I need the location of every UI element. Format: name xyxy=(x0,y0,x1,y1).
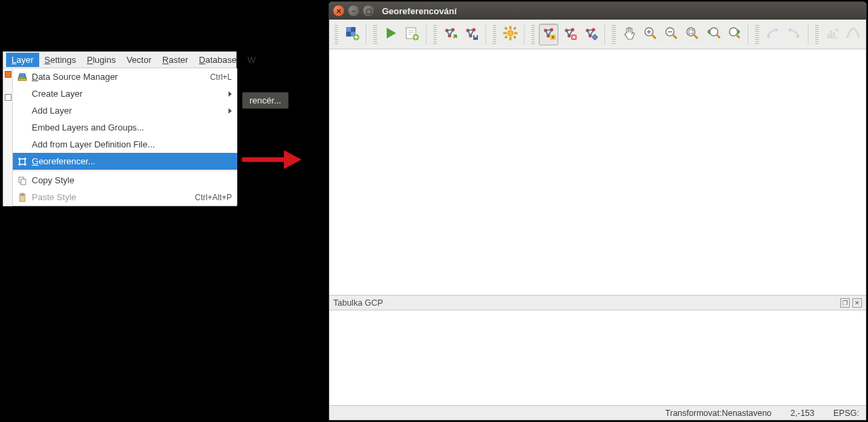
menu-item-paste-style: Paste StyleCtrl+Alt+P xyxy=(13,189,237,206)
browser-strip xyxy=(3,68,13,206)
full-histogram-button xyxy=(823,24,842,45)
svg-rect-28 xyxy=(514,32,517,34)
menu-item-add-from-layer-definition-file[interactable]: Add from Layer Definition File... xyxy=(13,136,237,153)
submenu-arrow-icon xyxy=(228,108,232,114)
load-gcp-button[interactable] xyxy=(441,24,460,45)
menu-separator xyxy=(13,170,237,171)
menu-shortcut: Ctrl+L xyxy=(210,72,232,82)
svg-marker-52 xyxy=(788,28,791,32)
toolbar-grip xyxy=(755,25,758,44)
hist2-icon xyxy=(846,26,861,43)
svg-rect-27 xyxy=(504,32,506,34)
menu-item-data-source-manager[interactable]: Data Source ManagerCtrl+L xyxy=(13,68,237,85)
move-point-button[interactable] xyxy=(581,24,600,45)
zoom-layer-button[interactable] xyxy=(683,24,702,45)
layer-swatch-icon xyxy=(5,94,11,101)
coords-status: 2,-153 xyxy=(790,408,814,418)
point-del-icon xyxy=(562,26,577,43)
menu-item-create-layer[interactable]: Create Layer xyxy=(13,85,237,102)
transform-status: Transformovat:Nenastaveno xyxy=(665,408,771,418)
svg-rect-30 xyxy=(513,36,516,39)
layer-dropdown: Data Source ManagerCtrl+LCreate LayerAdd… xyxy=(13,68,237,206)
menu-item-copy-style[interactable]: Copy Style xyxy=(13,172,237,189)
zoom-last-icon xyxy=(706,26,721,43)
gcp-load-icon xyxy=(443,26,458,43)
toolbar-grip xyxy=(493,25,496,44)
svg-rect-10 xyxy=(346,27,351,32)
submenu-fragment: rencér... xyxy=(242,92,289,109)
titlebar: ✕ – ▢ Georeferencování xyxy=(329,2,866,20)
svg-rect-56 xyxy=(833,32,835,38)
svg-rect-4 xyxy=(21,179,26,185)
window-title: Georeferencování xyxy=(382,6,457,16)
delete-point-button[interactable] xyxy=(560,24,579,45)
toolbar-separator xyxy=(485,24,486,45)
pan-button[interactable] xyxy=(620,24,640,45)
gcp-table[interactable] xyxy=(329,310,866,405)
generate-script-button[interactable] xyxy=(402,24,422,45)
undock-icon[interactable]: ❐ xyxy=(840,298,850,308)
menu-item-add-layer[interactable]: Add Layer xyxy=(13,102,237,119)
stack-icon xyxy=(17,72,28,82)
open-raster-button[interactable] xyxy=(342,24,362,45)
toolbar-separator xyxy=(808,24,809,45)
svg-rect-26 xyxy=(510,37,511,40)
svg-marker-50 xyxy=(775,28,778,32)
menu-item-georeferencer[interactable]: Georeferencer... xyxy=(13,153,237,170)
point-add-icon xyxy=(541,26,556,43)
menubar-item-raster[interactable]: Raster xyxy=(157,53,193,67)
menu-item-label: Embed Layers and Groups... xyxy=(32,122,232,133)
zoom-next-button[interactable] xyxy=(724,24,744,45)
zoom-in-button[interactable] xyxy=(641,24,660,45)
gcp-save-icon xyxy=(464,26,479,43)
gcp-panel-title: Tabulka GCP xyxy=(333,298,383,308)
link1-icon xyxy=(765,26,780,43)
epsg-status: EPSG: xyxy=(834,408,859,418)
minimize-icon[interactable]: – xyxy=(348,5,359,16)
submenu-arrow-icon xyxy=(228,91,232,97)
toolbar-separator xyxy=(748,24,748,45)
toolbar-grip xyxy=(433,25,437,44)
start-button[interactable] xyxy=(381,24,401,45)
toolbar-grip xyxy=(373,25,377,44)
menu-item-label: Add Layer xyxy=(32,106,224,116)
menubar-item-layer[interactable]: Layer xyxy=(6,53,39,67)
paste-icon xyxy=(17,193,28,202)
menu-item-embed-layers-and-groups[interactable]: Embed Layers and Groups... xyxy=(13,119,237,136)
zoom-in-icon xyxy=(643,26,658,43)
transform-settings-button[interactable] xyxy=(500,24,520,45)
svg-point-53 xyxy=(796,35,799,38)
save-gcp-button[interactable] xyxy=(462,24,481,45)
close-icon[interactable]: ✕ xyxy=(333,5,344,16)
svg-marker-13 xyxy=(387,28,396,39)
point-move-icon xyxy=(583,26,598,43)
statusbar: Transformovat:Nenastaveno 2,-153 EPSG: xyxy=(329,405,866,420)
close-panel-icon[interactable]: ✕ xyxy=(852,298,862,308)
svg-point-49 xyxy=(729,28,738,36)
zoom-out-button[interactable] xyxy=(662,24,681,45)
toolbar xyxy=(329,20,866,49)
toolbar-grip xyxy=(531,25,535,44)
maximize-icon[interactable]: ▢ xyxy=(363,5,374,16)
link2-icon xyxy=(786,26,801,43)
svg-rect-2 xyxy=(20,74,25,76)
svg-rect-25 xyxy=(510,26,511,29)
svg-point-51 xyxy=(767,35,770,38)
menu-item-label: Paste Style xyxy=(32,192,191,202)
svg-rect-55 xyxy=(830,30,832,38)
svg-point-24 xyxy=(508,30,513,36)
toolbar-separator xyxy=(524,24,525,45)
qgis-layer-menu: LayerSettingsPluginsVectorRasterDatabase… xyxy=(3,51,237,206)
menu-item-label: Create Layer xyxy=(32,89,224,99)
zoom-last-button[interactable] xyxy=(703,24,723,45)
menubar-item-plugins[interactable]: Plugins xyxy=(82,53,122,67)
toolbar-grip xyxy=(815,25,819,44)
add-point-button[interactable] xyxy=(539,24,558,45)
script-icon xyxy=(404,26,419,43)
menubar-item-settings[interactable]: Settings xyxy=(39,53,82,67)
map-canvas[interactable] xyxy=(329,49,866,296)
menu-shortcut: Ctrl+Alt+P xyxy=(195,193,232,202)
menubar-item-w[interactable]: W xyxy=(242,53,261,67)
menubar-item-vector[interactable]: Vector xyxy=(121,53,157,67)
menubar-item-database[interactable]: Database xyxy=(193,53,242,67)
